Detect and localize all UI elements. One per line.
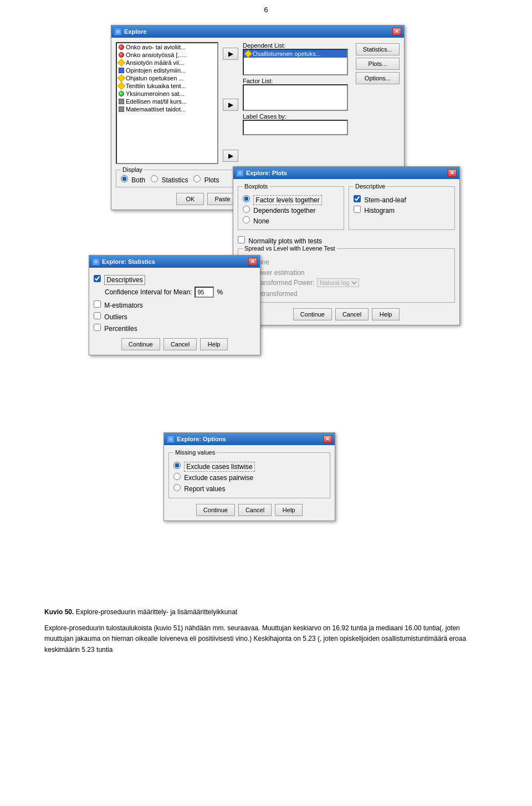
var-item-4[interactable]: Opintojen edistymiin... <box>117 67 217 74</box>
normality-checkbox[interactable] <box>238 236 245 243</box>
mestimators-checkbox[interactable] <box>94 300 101 308</box>
power-estimation-text: Power estimation <box>253 269 304 277</box>
dependents-together-radio[interactable] <box>243 206 250 213</box>
stats-continue-button[interactable]: Continue <box>121 338 160 350</box>
explore-statistics-title: Explore: Statistics <box>102 258 155 265</box>
report-values-label[interactable]: Report values <box>173 484 325 493</box>
display-both-label[interactable]: Both <box>121 175 145 184</box>
var-icon-9 <box>119 106 124 112</box>
display-group-legend: Display <box>121 166 144 173</box>
move-to-dependent-button[interactable]: ▶ <box>223 48 238 60</box>
report-values-text: Report values <box>184 485 225 493</box>
move-to-label-button[interactable]: ▶ <box>223 150 238 162</box>
var-label-1: Onko avo- tai avioliit... <box>126 44 186 50</box>
explore-options-title: Explore: Options <box>177 436 226 442</box>
var-item-6[interactable]: Tenttiin lukuaika tent... <box>117 82 217 90</box>
dependents-together-label[interactable]: Dependents together <box>243 206 339 215</box>
percentiles-checkbox[interactable] <box>94 324 101 331</box>
display-plots-radio[interactable] <box>193 175 201 182</box>
label-cases-section: Label Cases by: <box>243 113 351 135</box>
histogram-checkbox[interactable] <box>354 206 361 213</box>
descriptives-label[interactable]: Descriptives <box>94 276 145 284</box>
options-continue-button[interactable]: Continue <box>196 504 235 516</box>
move-to-factor-button[interactable]: ▶ <box>223 99 238 111</box>
display-statistics-label[interactable]: Statistics <box>151 175 188 184</box>
options-cancel-button[interactable]: Cancel <box>238 504 272 516</box>
boxplots-none-radio[interactable] <box>243 216 250 223</box>
spread-group: Spread vs Level with Levene Test None Po… <box>238 248 455 303</box>
histogram-label[interactable]: Histogram <box>354 206 450 215</box>
factor-levels-label[interactable]: Factor levels together <box>243 195 339 204</box>
var-item-2[interactable]: Onko ansiotyössä [..… <box>117 51 217 59</box>
mestimators-label[interactable]: M-estimators <box>94 302 143 309</box>
display-statistics-radio[interactable] <box>151 175 158 182</box>
outliers-label[interactable]: Outliers <box>94 313 127 321</box>
descriptive-legend: Descriptive <box>354 183 387 190</box>
pairwise-radio[interactable] <box>173 473 181 480</box>
descriptives-checkbox[interactable] <box>94 275 101 282</box>
listwise-label[interactable]: Exclude cases listwise <box>173 462 325 471</box>
stats-help-button[interactable]: Help <box>200 338 228 350</box>
display-statistics-text: Statistics <box>161 176 188 184</box>
explore-options-dialog: Explore: Options ✕ Missing values Exclud… <box>163 432 335 521</box>
listwise-radio[interactable] <box>173 462 181 469</box>
dependent-list[interactable]: Osallistuminen opetuks... <box>243 49 348 75</box>
explore-plots-close[interactable]: ✕ <box>448 169 457 177</box>
svg-point-3 <box>168 437 173 441</box>
var-icon-7 <box>119 91 124 96</box>
factor-list[interactable] <box>243 84 348 111</box>
spread-legend: Spread vs Level with Levene Test <box>243 245 337 252</box>
explore-close-button[interactable]: ✕ <box>392 28 401 35</box>
figure-desc: Explore-proseduurin määrittely- ja lisäm… <box>76 608 237 616</box>
ok-button[interactable]: OK <box>176 193 204 205</box>
boxplots-none-label[interactable]: None <box>243 216 339 225</box>
explore-plots-title-bar: Explore: Plots ✕ <box>233 167 459 179</box>
plots-button[interactable]: Plots... <box>356 58 400 70</box>
spread-none-label: None <box>243 257 450 266</box>
dependent-list-section: Dependent List: Osallistuminen opetuks..… <box>243 42 351 75</box>
missing-values-group: Missing values Exclude cases listwise Ex… <box>168 452 330 498</box>
plots-cancel-button[interactable]: Cancel <box>335 308 369 320</box>
options-button[interactable]: Options... <box>356 72 400 84</box>
svg-point-0 <box>116 29 120 34</box>
stem-leaf-label[interactable]: Stem-and-leaf <box>354 195 450 204</box>
svg-point-2 <box>94 259 98 264</box>
caption-text-body: Explore-proseduurin tulostaulukoista (ku… <box>44 623 488 655</box>
outliers-checkbox[interactable] <box>94 312 101 319</box>
boxplots-none-text: None <box>253 217 269 225</box>
var-item-8[interactable]: Edellisen mat/til kurs... <box>117 98 217 105</box>
report-values-radio[interactable] <box>173 484 181 491</box>
var-item-5[interactable]: Ohjatun opetuksen ... <box>117 74 217 82</box>
var-item-7[interactable]: Yksinumeroinen sat... <box>117 90 217 98</box>
factor-levels-radio[interactable] <box>243 195 250 202</box>
pairwise-label[interactable]: Exclude cases pairwise <box>173 473 325 482</box>
var-item-3[interactable]: Ansiotyön määrä vii... <box>117 59 217 67</box>
display-plots-label[interactable]: Plots <box>193 175 219 184</box>
stem-leaf-checkbox[interactable] <box>354 195 361 202</box>
dependent-item[interactable]: Osallistuminen opetuks... <box>244 50 347 58</box>
dependents-together-text: Dependents together <box>253 207 315 215</box>
confidence-input[interactable] <box>195 287 214 298</box>
options-help-button[interactable]: Help <box>275 504 303 516</box>
boxplots-group: Boxplots Factor levels together Dependen… <box>238 186 344 230</box>
explore-options-close[interactable]: ✕ <box>323 435 332 443</box>
percentiles-text: Percentiles <box>104 325 137 333</box>
stats-cancel-button[interactable]: Cancel <box>163 338 197 350</box>
normality-label[interactable]: Normality plots with tests <box>238 237 322 245</box>
statistics-button[interactable]: Statistics... <box>356 43 400 55</box>
var-item-1[interactable]: Onko avo- tai avioliit... <box>117 43 217 51</box>
explore-variable-list[interactable]: Onko avo- tai avioliit... Onko ansiotyös… <box>116 42 218 164</box>
explore-plots-icon <box>236 169 244 177</box>
percentiles-label[interactable]: Percentiles <box>94 325 137 333</box>
label-cases-list[interactable] <box>243 120 348 135</box>
var-icon-4 <box>119 68 124 73</box>
var-label-6: Tenttiin lukuaika tent... <box>126 83 186 89</box>
var-item-9[interactable]: Matemaattiset taidot... <box>117 105 217 113</box>
plots-help-button[interactable]: Help <box>372 308 400 320</box>
svg-point-1 <box>238 171 242 175</box>
screenshots-area: Explore ✕ Onko avo- tai avioliit... Onko… <box>55 17 477 599</box>
explore-statistics-close[interactable]: ✕ <box>248 258 257 266</box>
display-both-radio[interactable] <box>121 175 128 182</box>
plots-continue-button[interactable]: Continue <box>293 308 332 320</box>
var-icon-8 <box>119 99 124 104</box>
